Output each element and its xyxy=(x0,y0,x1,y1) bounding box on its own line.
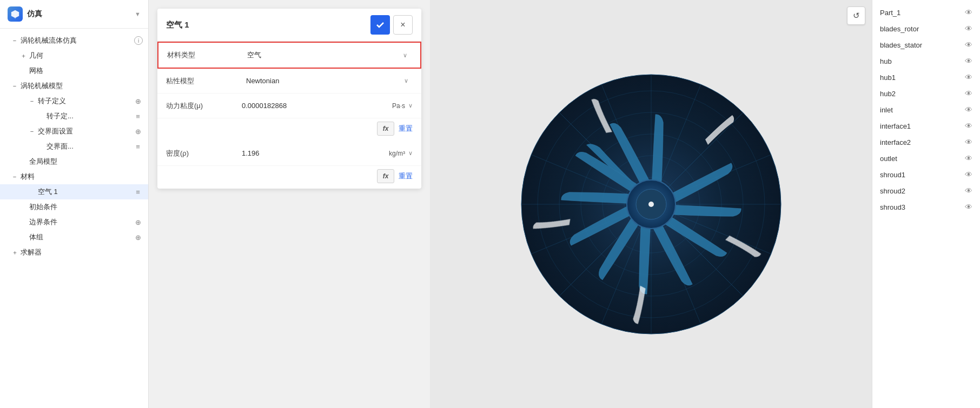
sidebar-item-label: 初始条件 xyxy=(29,202,143,212)
visibility-icon[interactable]: 👁 xyxy=(965,170,972,179)
right-item-label: shroud2 xyxy=(880,187,961,195)
visibility-icon[interactable]: 👁 xyxy=(965,8,972,17)
viscosity-model-value: Newtonian ∨ xyxy=(242,75,413,87)
right-item-outlet[interactable]: outlet 👁 xyxy=(872,150,980,166)
reset-link-viscosity[interactable]: 重置 xyxy=(399,124,413,133)
visibility-icon[interactable]: 👁 xyxy=(965,138,972,146)
sidebar-item-label: 转子定... xyxy=(47,111,131,121)
sidebar-item-init-condition[interactable]: 初始条件 xyxy=(0,199,148,215)
add-circle-icon[interactable]: ⊕ xyxy=(133,232,143,242)
right-item-hub2[interactable]: hub2 👁 xyxy=(872,85,980,102)
add-circle-icon[interactable]: ⊕ xyxy=(133,217,143,227)
sidebar-item-label: 边界条件 xyxy=(29,217,131,227)
reset-link-density[interactable]: 重置 xyxy=(399,171,413,181)
sidebar-item-label: 空气 1 xyxy=(38,187,131,197)
close-button[interactable]: × xyxy=(393,15,413,35)
sidebar-header: 仿真 ▼ xyxy=(0,0,148,29)
right-item-label: hub2 xyxy=(880,90,961,98)
right-panel: Part_1 👁 blades_rotor 👁 blades_stator 👁 … xyxy=(872,0,980,408)
right-item-label: blades_rotor xyxy=(880,25,961,33)
right-item-label: hub1 xyxy=(880,73,961,82)
sidebar-item-mesh[interactable]: 网格 xyxy=(0,63,148,78)
dynamic-viscosity-row: 动力粘度(μ) Pa·s ∨ xyxy=(157,93,421,118)
sidebar-item-material[interactable]: − 材料 xyxy=(0,169,148,184)
right-item-Part_1[interactable]: Part_1 👁 xyxy=(872,4,980,21)
visibility-icon[interactable]: 👁 xyxy=(965,24,972,33)
close-icon: × xyxy=(400,20,405,30)
right-item-blades_stator[interactable]: blades_stator 👁 xyxy=(872,37,980,53)
right-item-shroud2[interactable]: shroud2 👁 xyxy=(872,183,980,199)
visibility-icon[interactable]: 👁 xyxy=(965,122,972,130)
visibility-icon[interactable]: 👁 xyxy=(965,105,972,114)
viewport[interactable]: ↺ xyxy=(430,0,872,408)
minus-icon: − xyxy=(11,37,18,44)
sidebar-item-label: 全局模型 xyxy=(29,157,143,166)
chevron-down-icon: ∨ xyxy=(408,102,413,109)
sidebar-item-body-group[interactable]: 体组 ⊕ xyxy=(0,230,148,245)
sidebar-item-geometry[interactable]: ＋ 几何 xyxy=(0,48,148,63)
fx-button-viscosity[interactable]: fx xyxy=(377,122,394,136)
right-item-shroud3[interactable]: shroud3 👁 xyxy=(872,199,980,215)
visibility-icon[interactable]: 👁 xyxy=(965,41,972,49)
add-icon[interactable]: ⊕ xyxy=(133,126,143,136)
sidebar-item-turbine-model[interactable]: − 涡轮机械模型 xyxy=(0,78,148,93)
visibility-icon[interactable]: 👁 xyxy=(965,186,972,195)
add-icon[interactable]: ⊕ xyxy=(133,96,143,106)
panel-area: 空气 1 × 材料类型 空气 ∨ xyxy=(149,0,430,408)
right-item-interface2[interactable]: interface2 👁 xyxy=(872,134,980,150)
sidebar-item-rotor-sub[interactable]: 转子定... ≡ xyxy=(0,109,148,124)
visibility-icon[interactable]: 👁 xyxy=(965,154,972,163)
minus-icon: − xyxy=(28,128,36,135)
right-item-label: Part_1 xyxy=(880,9,961,17)
sidebar-item-interface-sub[interactable]: 交界面... ≡ xyxy=(0,139,148,154)
visibility-icon[interactable]: 👁 xyxy=(965,57,972,65)
right-item-blades_rotor[interactable]: blades_rotor 👁 xyxy=(872,21,980,37)
right-item-inlet[interactable]: inlet 👁 xyxy=(872,102,980,118)
spacer-icon xyxy=(19,158,27,165)
svg-point-18 xyxy=(648,202,654,207)
material-type-text: 空气 xyxy=(247,50,403,60)
sidebar-item-label: 几何 xyxy=(29,51,143,61)
right-item-interface1[interactable]: interface1 👁 xyxy=(872,118,980,134)
sidebar-item-interface-setup[interactable]: − 交界面设置 ⊕ xyxy=(0,124,148,139)
density-input[interactable] xyxy=(242,147,386,159)
fx-button-density[interactable]: fx xyxy=(377,169,394,183)
visibility-icon[interactable]: 👁 xyxy=(965,203,972,211)
material-type-dropdown[interactable]: 空气 ∨ xyxy=(243,48,412,62)
visibility-icon[interactable]: 👁 xyxy=(965,89,972,98)
dynamic-viscosity-input[interactable] xyxy=(242,99,389,112)
dynamic-viscosity-label: 动力粘度(μ) xyxy=(166,101,242,111)
minus-icon: − xyxy=(28,97,36,105)
sidebar-item-air1[interactable]: 空气 1 ≡ xyxy=(0,184,148,199)
spacer-icon xyxy=(19,67,27,75)
viscosity-model-text: Newtonian xyxy=(246,77,404,85)
dynamic-viscosity-input-group: Pa·s ∨ xyxy=(242,99,413,112)
sidebar-item-boundary-condition[interactable]: 边界条件 ⊕ xyxy=(0,215,148,230)
right-item-label: shroud1 xyxy=(880,171,961,179)
reset-view-button[interactable]: ↺ xyxy=(847,6,865,25)
sidebar-item-global-model[interactable]: 全局模型 xyxy=(0,154,148,169)
material-panel: 空气 1 × 材料类型 空气 ∨ xyxy=(157,9,421,189)
right-item-label: hub xyxy=(880,57,961,65)
viscosity-model-dropdown[interactable]: Newtonian ∨ xyxy=(242,75,413,87)
sidebar-collapse-icon[interactable]: ▼ xyxy=(135,11,141,17)
right-item-hub1[interactable]: hub1 👁 xyxy=(872,69,980,85)
chevron-down-icon: ∨ xyxy=(408,150,413,157)
density-row: 密度(ρ) kg/m³ ∨ xyxy=(157,141,421,166)
menu-icon[interactable]: ≡ xyxy=(133,111,143,121)
right-item-label: interface2 xyxy=(880,138,961,146)
sidebar-item-label: 求解器 xyxy=(21,248,143,257)
minus-icon: − xyxy=(11,173,18,180)
sidebar-item-solver[interactable]: ＋ 求解器 xyxy=(0,245,148,260)
menu-icon[interactable]: ≡ xyxy=(133,142,143,151)
right-item-hub[interactable]: hub 👁 xyxy=(872,53,980,69)
info-icon[interactable]: i xyxy=(134,36,143,45)
visibility-icon[interactable]: 👁 xyxy=(965,73,972,82)
menu-icon[interactable]: ≡ xyxy=(133,187,143,197)
sidebar-title: 仿真 xyxy=(27,9,130,19)
sidebar-item-rotor-def[interactable]: − 转子定义 ⊕ xyxy=(0,93,148,109)
confirm-button[interactable] xyxy=(370,15,390,35)
right-item-shroud1[interactable]: shroud1 👁 xyxy=(872,166,980,183)
sidebar-item-turbine-sim[interactable]: − 涡轮机械流体仿真 i xyxy=(0,33,148,48)
chevron-down-icon: ∨ xyxy=(403,52,407,59)
